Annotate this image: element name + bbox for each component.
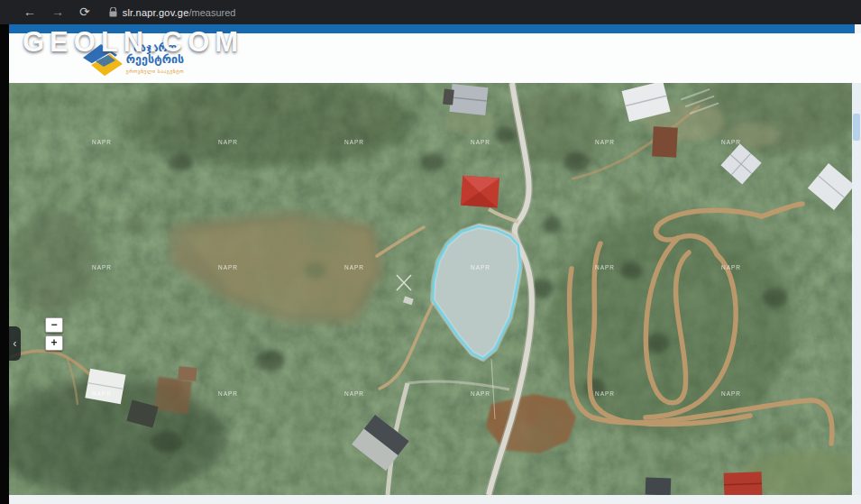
left-edge-strip: [0, 24, 9, 504]
browser-toolbar: ← → ⟳ slr.napr.gov.ge/measured: [0, 0, 861, 24]
map-imagery: NAPR NAPR NAPR NAPR NAPR NAPR NAPR NAPR …: [9, 83, 852, 495]
napr-watermark: NAPR: [471, 264, 490, 270]
napr-watermark: NAPR: [218, 264, 238, 270]
napr-watermark: NAPR: [218, 139, 238, 145]
geoln-watermark: GEOLN.COM: [23, 26, 243, 59]
napr-watermark: NAPR: [92, 390, 112, 397]
right-panel-strip: [852, 83, 861, 504]
napr-watermark: NAPR: [595, 390, 615, 397]
chevron-left-icon: ‹: [13, 336, 16, 350]
napr-watermark: NAPR: [92, 139, 112, 145]
address-bar[interactable]: slr.napr.gov.ge/measured: [109, 5, 236, 21]
forward-icon[interactable]: →: [51, 0, 64, 24]
napr-watermark: NAPR: [344, 390, 364, 397]
zoom-in-button[interactable]: +: [45, 335, 63, 351]
napr-watermark: NAPR: [92, 264, 112, 270]
satellite-map[interactable]: NAPR NAPR NAPR NAPR NAPR NAPR NAPR NAPR …: [9, 83, 852, 495]
napr-watermark: NAPR: [721, 139, 741, 145]
logo-text-line3: ეროვნული სააგენტო: [126, 69, 184, 75]
napr-watermark: NAPR: [344, 139, 364, 145]
napr-watermark: NAPR: [471, 390, 490, 397]
napr-watermark: NAPR: [344, 264, 364, 270]
blue-bar-gap: [855, 24, 861, 33]
napr-watermark: NAPR: [595, 139, 615, 145]
back-icon[interactable]: ←: [23, 0, 36, 24]
sidebar-collapse-tab[interactable]: ‹: [9, 326, 21, 361]
napr-watermark: NAPR: [471, 139, 490, 145]
napr-watermark: NAPR: [218, 390, 238, 397]
url-host: slr.napr.gov.ge: [123, 7, 189, 18]
refresh-icon[interactable]: ⟳: [79, 0, 90, 24]
bottom-edge-strip: [9, 495, 861, 504]
napr-watermark: NAPR: [721, 390, 741, 397]
url-path: /measured: [188, 7, 235, 18]
napr-watermark: NAPR: [595, 264, 615, 270]
lock-icon: [109, 5, 117, 21]
zoom-controls: − +: [45, 317, 63, 353]
napr-watermark: NAPR: [721, 264, 741, 270]
zoom-out-button[interactable]: −: [45, 317, 63, 333]
scrollbar-thumb[interactable]: [853, 114, 860, 141]
